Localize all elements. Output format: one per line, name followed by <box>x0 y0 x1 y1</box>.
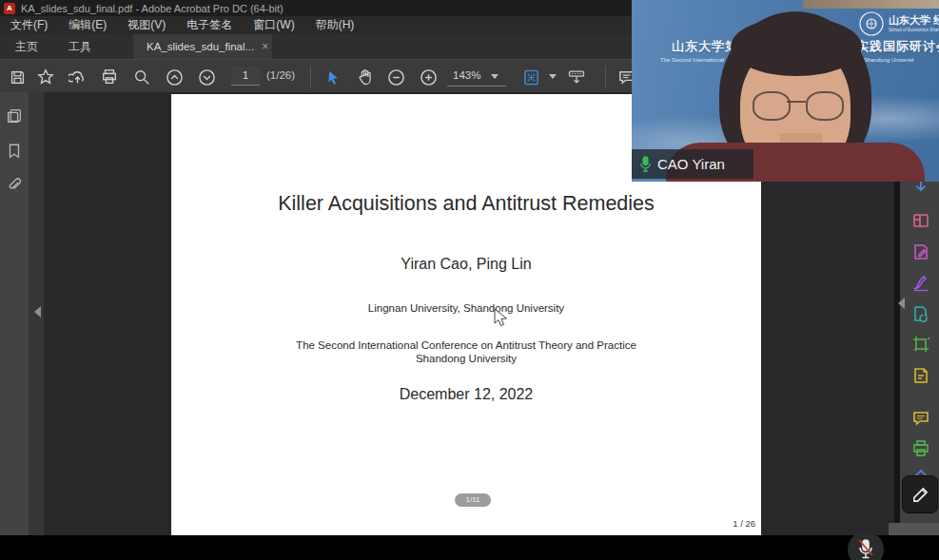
zoom-out-icon[interactable] <box>386 68 405 87</box>
tab-tools[interactable]: 工具 <box>53 34 107 59</box>
bottom-bar <box>0 535 939 560</box>
hand-tool-icon[interactable] <box>356 68 375 87</box>
glasses-icon <box>806 91 844 121</box>
organize-pages-icon[interactable] <box>911 211 930 230</box>
menu-esign[interactable]: 电子签名 <box>176 16 243 34</box>
webcam-banner-sub-left: The Second International <box>660 57 724 63</box>
edit-pdf-icon[interactable] <box>911 242 930 261</box>
tab-home[interactable]: 主页 <box>0 34 53 59</box>
slide-title: Killer Acquisitions and Antitrust Remedi… <box>171 192 761 216</box>
next-page-icon[interactable] <box>197 68 216 87</box>
comment-tool-icon[interactable] <box>911 409 930 428</box>
print-icon[interactable] <box>100 68 119 87</box>
toolbar-divider <box>605 66 606 87</box>
fill-sign-icon[interactable] <box>911 274 930 293</box>
screen: A KA_slides_sdu_final.pdf - Adobe Acroba… <box>0 0 939 560</box>
cloud-upload-icon[interactable] <box>68 68 87 87</box>
page-count-label: (1/26) <box>266 67 295 85</box>
slide-page-number: 1 / 26 <box>733 518 755 529</box>
zoom-in-icon[interactable] <box>419 68 438 87</box>
save-icon[interactable] <box>8 68 27 87</box>
glasses-bridge <box>787 101 806 103</box>
create-form-icon[interactable] <box>911 366 930 385</box>
attachments-icon[interactable] <box>6 177 23 194</box>
webcam-video: 山东大学第二届 与实践国际研讨会 The Second Internationa… <box>632 0 939 182</box>
menu-edit[interactable]: 编辑(E) <box>58 16 117 34</box>
menu-view[interactable]: 视图(V) <box>117 16 176 34</box>
page-number-input[interactable]: 1 <box>231 67 260 86</box>
toolbar-collapse-icon[interactable] <box>567 68 586 87</box>
slide-authors: Yiran Cao, Ping Lin <box>171 256 761 273</box>
select-tool-icon[interactable] <box>323 68 342 87</box>
close-tab-icon[interactable]: × <box>262 40 268 53</box>
participant-name: CAO Yiran <box>657 156 725 172</box>
participant-name-tag: CAO Yiran <box>632 149 753 179</box>
fit-page-icon[interactable] <box>521 68 540 87</box>
university-seal-icon <box>858 10 885 37</box>
slide-date: December 12, 2022 <box>171 386 761 403</box>
window-title: KA_slides_sdu_final.pdf - Adobe Acrobat … <box>21 3 284 14</box>
previous-page-icon[interactable] <box>165 68 184 87</box>
zoom-level-value[interactable]: 143% <box>453 67 480 85</box>
right-pane-footer <box>889 523 939 535</box>
annotate-pen-button[interactable] <box>902 475 938 513</box>
university-logo-subtext: School of Economics Shandong University <box>889 28 939 32</box>
left-nav-pane <box>0 92 29 535</box>
slide-conference-line1: The Second International Conference on A… <box>171 339 761 351</box>
menu-window[interactable]: 窗口(W) <box>243 16 304 34</box>
frame-counter-badge: 1/11 <box>455 493 491 507</box>
mic-muted-button[interactable] <box>848 531 884 560</box>
collapse-left-pane-icon[interactable] <box>34 306 41 318</box>
university-logo-text: 山东大学 经济学院 <box>889 13 939 28</box>
mic-on-icon <box>639 156 652 172</box>
export-pdf-icon[interactable] <box>911 304 930 323</box>
crop-pages-icon[interactable] <box>911 335 930 354</box>
fit-dropdown-caret-icon[interactable] <box>549 74 557 79</box>
page-thumbnails-icon[interactable] <box>6 107 23 125</box>
tab-document[interactable]: KA_slides_sdu_final... × <box>133 34 272 59</box>
menu-file[interactable]: 文件(F) <box>0 16 58 34</box>
person-hair-fringe <box>731 17 862 76</box>
expand-right-pane-icon[interactable] <box>898 298 905 309</box>
mouse-cursor <box>494 308 508 328</box>
menu-help[interactable]: 帮助(H) <box>305 16 365 34</box>
zoom-underline <box>447 86 506 87</box>
star-icon[interactable] <box>36 68 55 87</box>
search-icon[interactable] <box>132 68 151 87</box>
slide-conference-line2: Shandong University <box>171 353 761 364</box>
tab-document-label: KA_slides_sdu_final... <box>147 41 254 52</box>
glasses-icon <box>753 91 791 121</box>
webcam-room-strip <box>803 0 939 9</box>
zoom-dropdown-caret-icon[interactable] <box>491 74 499 79</box>
print-production-icon[interactable] <box>911 439 930 458</box>
bookmarks-icon[interactable] <box>6 143 23 160</box>
toolbar-divider <box>310 66 311 87</box>
slide-affiliation: Lingnan University, Shandong University <box>171 302 761 314</box>
acrobat-app-icon: A <box>4 3 15 14</box>
